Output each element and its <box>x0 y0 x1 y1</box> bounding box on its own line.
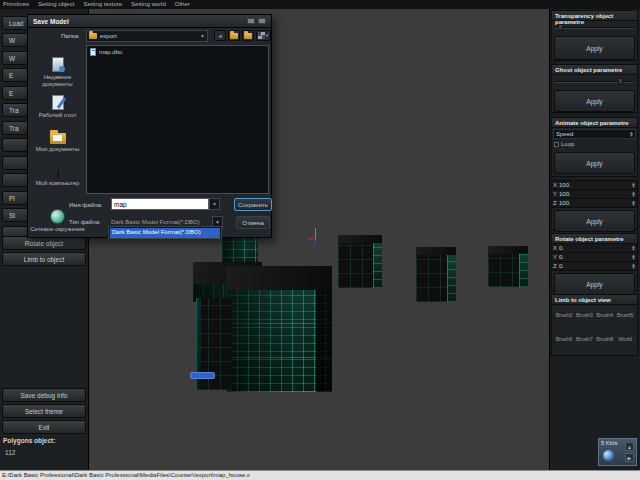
spinner-arrows-icon[interactable]: ▲▼ <box>628 131 635 137</box>
place-my-documents[interactable]: Мои документы <box>30 133 85 153</box>
crate-front-face <box>338 243 382 288</box>
minimize-icon[interactable] <box>247 18 255 24</box>
filetype-dropdown-item-selected[interactable]: Dark Basic Model Format(*.DBO) <box>110 228 220 238</box>
scale-z-value[interactable]: 100. <box>559 200 571 206</box>
viewport-blue-marker <box>190 372 215 379</box>
up-folder-icon[interactable] <box>228 30 240 41</box>
chevron-down-icon: ▼ <box>200 33 207 39</box>
brush2-button[interactable]: Brush2 <box>554 309 574 320</box>
spinner-arrows-icon[interactable]: ▲▼ <box>630 191 637 197</box>
crate-front-face <box>416 255 456 302</box>
polygons-object-label: Polygons object: <box>3 437 55 444</box>
exit-button[interactable]: Exit <box>2 420 86 434</box>
network-icon <box>50 209 65 224</box>
file-icon <box>90 48 96 56</box>
loop-checkbox[interactable] <box>554 142 559 147</box>
place-my-computer[interactable]: Мой компьютер <box>30 171 85 187</box>
limb-section: Limb to object view Brush2 Brush3 Brush4… <box>551 294 638 356</box>
filetype-dropdown-list: Dark Basic Model Format(*.DBO) <box>108 226 222 239</box>
dialog-title: Save Model <box>33 18 69 25</box>
spinner-arrows-icon[interactable]: ▲▼ <box>630 200 637 206</box>
cancel-button[interactable]: Отмена <box>236 216 270 229</box>
filename-input[interactable] <box>111 198 209 210</box>
select-theme-button[interactable]: Select theme <box>2 404 86 418</box>
file-name: map.dbo <box>99 49 122 55</box>
filename-label: Имя файла: <box>69 202 102 208</box>
crate-top-face <box>338 235 382 243</box>
view-menu-icon[interactable]: ▼ <box>256 30 271 41</box>
rotate-section-title: Rotate object parametre <box>552 234 637 244</box>
spinner-arrows-icon[interactable]: ▲▼ <box>630 254 637 260</box>
transparency-slider[interactable] <box>555 21 634 34</box>
transparency-slider-handle[interactable] <box>558 24 563 31</box>
rotate-object-button[interactable]: Rotate object <box>2 236 86 250</box>
close-icon[interactable] <box>258 18 266 24</box>
filetype-combobox[interactable]: Dark Basic Model Format(*.DBO) <box>111 219 211 225</box>
save-debug-info-button[interactable]: Save debug info <box>2 388 86 402</box>
menu-item-setting-object[interactable]: Setting object <box>38 1 74 9</box>
save-button[interactable]: Сохранить <box>234 198 272 211</box>
filename-dropdown-arrow[interactable]: ▼ <box>209 198 220 210</box>
animate-section-title: Animate object parametre <box>552 118 637 128</box>
widget-up-button[interactable]: ▲ <box>625 442 634 451</box>
dialog-title-bar[interactable]: Save Model <box>28 15 271 28</box>
rotate-z-value[interactable]: 0. <box>559 263 564 269</box>
building-box[interactable] <box>226 266 332 392</box>
ghost-section-title: Ghost object parametre <box>552 65 637 75</box>
spinner-arrows-icon[interactable]: ▲▼ <box>630 245 637 251</box>
crate-box[interactable] <box>488 246 528 287</box>
animate-apply-button[interactable]: Apply <box>554 152 635 174</box>
rotate-section: Rotate object parametre X 0. ▲▼ Y 0. ▲▼ … <box>551 233 638 291</box>
widget-down-button[interactable]: ▶ <box>625 453 634 462</box>
place-label: Сетевое окружение <box>30 226 85 232</box>
menu-item-primitives[interactable]: Primitives <box>3 1 29 9</box>
globe-icon <box>603 450 614 461</box>
ghost-slider-handle[interactable] <box>618 78 623 85</box>
rotate-x-value[interactable]: 0. <box>559 245 564 251</box>
rotate-z-row: Z 0. ▲▼ <box>552 262 637 271</box>
place-recent-documents[interactable]: Недавние документы <box>30 57 85 88</box>
menu-item-other[interactable]: Other <box>175 1 190 9</box>
folder-combobox[interactable]: export ▼ <box>86 30 208 42</box>
new-folder-icon[interactable] <box>242 30 254 41</box>
loop-label: Loop <box>561 141 574 147</box>
desktop-icon <box>52 95 64 110</box>
rotate-apply-button[interactable]: Apply <box>554 273 635 295</box>
scale-y-value[interactable]: 100. <box>559 191 571 197</box>
ghost-apply-button[interactable]: Apply <box>554 90 635 112</box>
file-item-map-dbo[interactable]: map.dbo <box>87 46 268 56</box>
brush4-button[interactable]: Brush4 <box>595 309 615 320</box>
speed-input[interactable]: Speed ▲▼ <box>553 129 636 139</box>
brush5-button[interactable]: Brush5 <box>615 309 635 320</box>
place-label: Недавние документы <box>42 74 72 87</box>
spinner-arrows-icon[interactable]: ▲▼ <box>630 263 637 269</box>
crate-front-face <box>226 290 332 392</box>
menu-item-setting-texture[interactable]: Setting texture <box>83 1 122 9</box>
my-documents-icon <box>50 133 66 144</box>
transparency-apply-button[interactable]: Apply <box>554 36 635 60</box>
limb-section-title: Limb to object view <box>552 295 637 305</box>
limb-to-object-button[interactable]: Limb to object <box>2 252 86 266</box>
crate-top-face <box>488 246 528 254</box>
crate-box[interactable] <box>338 235 382 288</box>
menu-item-setting-world[interactable]: Setting world <box>131 1 166 9</box>
brush7-button[interactable]: Brush7 <box>574 333 594 344</box>
scale-x-value[interactable]: 100. <box>559 182 571 188</box>
network-speed-widget: 5 Kb/s ▲ ▶ <box>598 438 637 466</box>
recent-documents-icon <box>52 57 64 72</box>
world-button[interactable]: World <box>615 333 635 344</box>
rotate-y-value[interactable]: 0. <box>559 254 564 260</box>
file-list[interactable]: map.dbo <box>86 45 269 194</box>
brush3-button[interactable]: Brush3 <box>574 309 594 320</box>
filetype-label: Тип файла: <box>69 219 101 225</box>
scale-apply-button[interactable]: Apply <box>554 210 635 232</box>
crate-box[interactable] <box>416 247 456 302</box>
brush8-button[interactable]: Brush8 <box>595 333 615 344</box>
spinner-arrows-icon[interactable]: ▲▼ <box>630 182 637 188</box>
ghost-slider[interactable] <box>555 75 634 88</box>
place-desktop[interactable]: Рабочий стол <box>30 95 85 119</box>
brush6-button[interactable]: Brush6 <box>554 333 574 344</box>
status-bar-path: E:/Dark Basic Professional\Dark Basic Pr… <box>2 472 250 478</box>
back-icon[interactable]: ◄ <box>214 30 226 41</box>
place-label: Мои документы <box>36 146 80 152</box>
